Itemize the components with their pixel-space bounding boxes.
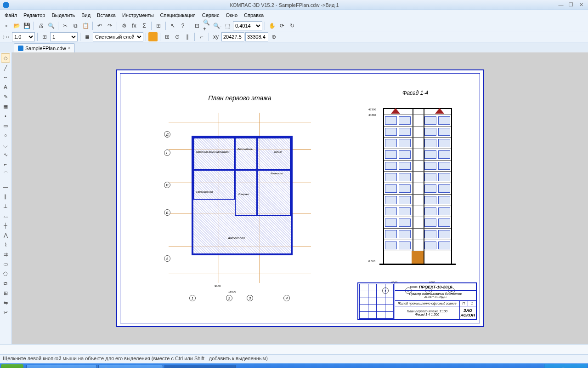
zoom-out-icon[interactable]: 🔍-	[213, 21, 222, 30]
tool-geometry-icon[interactable]: ◇	[1, 53, 10, 63]
menu-help[interactable]: Справка	[241, 12, 266, 19]
menu-edit[interactable]: Редактор	[21, 12, 48, 19]
tool-offset-icon[interactable]: ⇉	[1, 250, 10, 259]
plan-title: План первого этажа	[164, 94, 316, 102]
tool-parallel-icon[interactable]: ∥	[1, 192, 10, 201]
zoom-combo[interactable]: 0.4014	[233, 21, 262, 30]
room-label: Кабинет администрации	[196, 150, 229, 153]
grid-icon[interactable]: ⊞	[163, 32, 172, 41]
tool-bisector-icon[interactable]: ⋀	[1, 230, 10, 240]
properties-icon[interactable]: ⚙	[119, 21, 129, 30]
snap-icon[interactable]: ⊞	[154, 21, 163, 30]
pan-icon[interactable]: ✋	[267, 21, 277, 30]
coord-x-input[interactable]	[221, 32, 244, 41]
tool-chamfer-icon[interactable]: ⌐	[1, 160, 10, 169]
left-tool-palette: ◇ ╱ ↔ A ✎ ▦ • ▭ ○ ◡ ∿ ⌐ ⌒ — ∥ ⊥ ⌓ ┼ ⋀ ⌇ …	[0, 52, 12, 344]
tool-point-icon[interactable]: •	[1, 111, 10, 121]
tool-ellipse-icon[interactable]: ⬭	[1, 259, 10, 269]
tool-edit-icon[interactable]: ✎	[1, 92, 10, 101]
zoom-fit-icon[interactable]: ⊡	[192, 21, 202, 30]
parametric-icon[interactable]: ∥	[183, 32, 192, 41]
coord-y-input[interactable]	[245, 32, 268, 41]
axis-bubble: 3	[247, 295, 253, 301]
room-label: Гардеробная	[196, 190, 213, 193]
document-tab[interactable]: SampleFPlan.cdw ×	[14, 43, 75, 52]
tool-axis-icon[interactable]: ┼	[1, 221, 10, 230]
drawing-canvas[interactable]: План первого этажа Д Г В Б А	[12, 52, 588, 344]
copy-icon[interactable]: ⧉	[71, 21, 80, 30]
maximize-button[interactable]: ❐	[567, 2, 575, 8]
osnap-icon[interactable]: ⊙	[173, 32, 182, 41]
tool-array-icon[interactable]: ⊞	[1, 288, 10, 298]
menu-view[interactable]: Вид	[79, 12, 93, 19]
tool-line-icon[interactable]: ╱	[1, 63, 10, 72]
window-titlebar: КОМПАС-3D V15.2 - SampleFPlan.cdw ->Вид …	[0, 0, 588, 10]
minimize-button[interactable]: —	[557, 2, 565, 8]
ortho-icon[interactable]: ↕↔	[2, 32, 11, 41]
floor-plan-view: План первого этажа Д Г В Б А	[164, 94, 316, 301]
drawing-title-block: ПРОЕКТ-10-2010 Пример использования библ…	[357, 282, 477, 320]
system-tray[interactable]: EN 🔊 16:05	[544, 364, 587, 368]
cut-icon[interactable]: ✂	[61, 21, 70, 30]
taskbar-item-active[interactable]: 📐КОМПАС-3D V15.2 - ...	[164, 365, 236, 368]
taskbar-item[interactable]: 🎨Безымянный - Paint	[98, 365, 163, 368]
step-combo[interactable]: 1	[50, 32, 78, 41]
menu-window[interactable]: Окно	[223, 12, 240, 19]
tb-project: ПРОЕКТ-10-2010	[395, 283, 476, 291]
zoom-window-icon[interactable]: ⬚	[223, 21, 232, 30]
rotate-icon[interactable]: ⟳	[277, 21, 287, 30]
tool-polyline-icon[interactable]: ⌇	[1, 240, 10, 249]
preview-icon[interactable]: 🔍	[46, 21, 56, 30]
room-label: Кухня	[274, 150, 282, 153]
refresh-icon[interactable]: ↻	[288, 21, 297, 30]
variables-icon[interactable]: Σ	[140, 21, 149, 30]
room-label: Вестибюль	[237, 148, 253, 150]
app-icon	[3, 2, 9, 8]
tool-arc-icon[interactable]: ◡	[1, 140, 10, 150]
tool-perpendicular-icon[interactable]: ⊥	[1, 201, 10, 211]
tool-dim-icon[interactable]: ↔	[1, 73, 10, 82]
close-button[interactable]: ✕	[577, 2, 585, 8]
open-icon[interactable]: 📂	[12, 21, 21, 30]
tool-segment-icon[interactable]: —	[1, 182, 10, 191]
line-scale-combo[interactable]: 1.0	[12, 32, 35, 41]
tab-close-icon[interactable]: ×	[68, 46, 71, 51]
tool-tangent-icon[interactable]: ⌓	[1, 211, 10, 220]
tool-polygon-icon[interactable]: ⬠	[1, 269, 10, 278]
local-cs-icon[interactable]: ⌐	[197, 32, 206, 41]
xy-icon[interactable]: xy	[211, 32, 220, 41]
taskbar-item[interactable]: 📁Total Commander 7.0...	[26, 365, 97, 368]
tool-circle-icon[interactable]: ○	[1, 131, 10, 140]
line-style-icon[interactable]: —	[148, 32, 158, 41]
tool-trim-icon[interactable]: ✂	[1, 308, 10, 317]
print-icon[interactable]: 🖨	[36, 21, 45, 30]
undo-icon[interactable]: ↶	[95, 21, 104, 30]
tool-rect-icon[interactable]: ▭	[1, 121, 10, 130]
help-cursor-icon[interactable]: ?	[178, 21, 187, 30]
tool-hatch-icon[interactable]: ▦	[1, 102, 10, 111]
cursor-icon[interactable]: ↖	[168, 21, 177, 30]
save-icon[interactable]: 💾	[22, 21, 31, 30]
redo-icon[interactable]: ↷	[105, 21, 114, 30]
start-button[interactable]: пуск	[1, 364, 23, 368]
snap-step-icon[interactable]: ⊞	[40, 32, 49, 41]
tool-spline-icon[interactable]: ∿	[1, 150, 10, 159]
menu-file[interactable]: Файл	[2, 12, 20, 19]
fx-icon[interactable]: fx	[130, 21, 139, 30]
menu-service[interactable]: Сервис	[199, 12, 222, 19]
tool-text-icon[interactable]: A	[1, 82, 10, 92]
layers-icon[interactable]: ≣	[83, 32, 92, 41]
tool-mirror-icon[interactable]: ⇋	[1, 298, 10, 307]
menu-spec[interactable]: Спецификация	[158, 12, 198, 19]
tool-copy-icon[interactable]: ⧉	[1, 279, 10, 288]
zoom-in-icon[interactable]: 🔍+	[203, 21, 212, 30]
coord-lock-icon[interactable]: ⊕	[269, 32, 278, 41]
document-tabs: SampleFPlan.cdw ×	[0, 42, 588, 52]
tool-fillet-icon[interactable]: ⌒	[1, 169, 10, 178]
menu-insert[interactable]: Вставка	[94, 12, 119, 19]
layer-combo[interactable]: Системный слой (0)	[93, 32, 143, 41]
menu-tools[interactable]: Инструменты	[119, 12, 157, 19]
new-icon[interactable]: ▫	[2, 21, 11, 30]
menu-select[interactable]: Выделить	[49, 12, 78, 19]
paste-icon[interactable]: 📋	[81, 21, 90, 30]
